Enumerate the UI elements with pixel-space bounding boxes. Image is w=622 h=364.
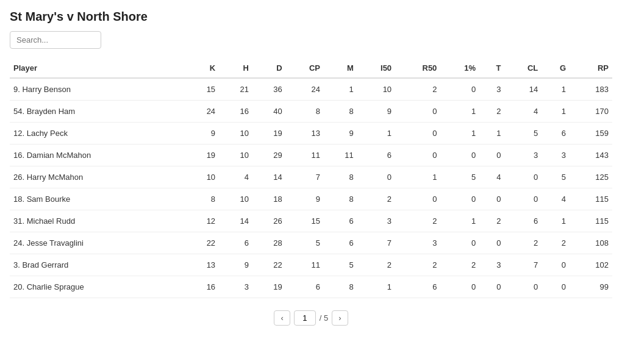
- table-row: 16. Damian McMahon1910291111600033143: [10, 145, 612, 166]
- cell-one_pct: 1: [440, 123, 479, 145]
- cell-k: 8: [185, 188, 219, 210]
- cell-t: 2: [479, 210, 504, 232]
- cell-one_pct: 0: [440, 78, 479, 101]
- cell-player: 9. Harry Benson: [10, 78, 185, 101]
- search-input[interactable]: [10, 31, 101, 49]
- stats-table: PlayerKHDCPMI50R501%TCLGRP 9. Harry Bens…: [10, 59, 612, 298]
- cell-player: 3. Brad Gerrard: [10, 254, 185, 276]
- col-header-cp: CP: [286, 59, 324, 78]
- cell-m: 8: [324, 276, 357, 298]
- col-header-one_pct: 1%: [440, 59, 479, 78]
- cell-m: 6: [324, 210, 357, 232]
- cell-g: 0: [542, 254, 570, 276]
- cell-g: 0: [542, 276, 570, 298]
- cell-cl: 7: [504, 254, 542, 276]
- cell-one_pct: 0: [440, 145, 479, 166]
- cell-h: 10: [219, 145, 252, 166]
- cell-r50: 1: [395, 166, 440, 188]
- cell-g: 5: [542, 166, 570, 188]
- cell-m: 6: [324, 232, 357, 254]
- cell-cp: 7: [286, 166, 324, 188]
- cell-r50: 0: [395, 188, 440, 210]
- cell-k: 16: [185, 276, 219, 298]
- cell-r50: 0: [395, 145, 440, 166]
- cell-one_pct: 2: [440, 254, 479, 276]
- cell-cp: 6: [286, 276, 324, 298]
- cell-player: 18. Sam Bourke: [10, 188, 185, 210]
- table-row: 24. Jesse Travaglini2262856730022108: [10, 232, 612, 254]
- cell-t: 0: [479, 188, 504, 210]
- cell-player: 20. Charlie Sprague: [10, 276, 185, 298]
- cell-i50: 2: [357, 188, 395, 210]
- cell-i50: 0: [357, 166, 395, 188]
- cell-g: 1: [542, 78, 570, 101]
- cell-t: 1: [479, 123, 504, 145]
- col-header-d: D: [252, 59, 286, 78]
- cell-player: 12. Lachy Peck: [10, 123, 185, 145]
- cell-m: 8: [324, 188, 357, 210]
- cell-t: 0: [479, 232, 504, 254]
- cell-m: 8: [324, 101, 357, 123]
- pagination: ‹ / 5 ›: [10, 310, 612, 326]
- cell-m: 5: [324, 254, 357, 276]
- cell-k: 19: [185, 145, 219, 166]
- cell-cl: 0: [504, 166, 542, 188]
- next-page-button[interactable]: ›: [332, 310, 348, 326]
- page-number-input[interactable]: [294, 310, 316, 326]
- cell-d: 28: [252, 232, 286, 254]
- cell-cl: 14: [504, 78, 542, 101]
- cell-g: 6: [542, 123, 570, 145]
- cell-t: 2: [479, 101, 504, 123]
- cell-k: 13: [185, 254, 219, 276]
- cell-t: 4: [479, 166, 504, 188]
- cell-rp: 115: [570, 188, 612, 210]
- cell-d: 36: [252, 78, 286, 101]
- cell-h: 16: [219, 101, 252, 123]
- table-row: 9. Harry Benson15213624110203141183: [10, 78, 612, 101]
- cell-cl: 6: [504, 210, 542, 232]
- col-header-r50: R50: [395, 59, 440, 78]
- cell-g: 1: [542, 210, 570, 232]
- cell-t: 0: [479, 276, 504, 298]
- cell-one_pct: 5: [440, 166, 479, 188]
- cell-player: 16. Damian McMahon: [10, 145, 185, 166]
- prev-page-button[interactable]: ‹: [274, 310, 290, 326]
- cell-h: 10: [219, 188, 252, 210]
- col-header-i50: I50: [357, 59, 395, 78]
- cell-r50: 3: [395, 232, 440, 254]
- cell-d: 19: [252, 276, 286, 298]
- cell-m: 8: [324, 166, 357, 188]
- cell-cp: 9: [286, 188, 324, 210]
- cell-rp: 170: [570, 101, 612, 123]
- cell-i50: 7: [357, 232, 395, 254]
- cell-t: 3: [479, 254, 504, 276]
- cell-k: 9: [185, 123, 219, 145]
- table-row: 20. Charlie Sprague163196816000099: [10, 276, 612, 298]
- table-row: 26. Harry McMahon1041478015405125: [10, 166, 612, 188]
- col-header-player: Player: [10, 59, 185, 78]
- cell-cp: 11: [286, 254, 324, 276]
- cell-d: 40: [252, 101, 286, 123]
- cell-g: 4: [542, 188, 570, 210]
- cell-k: 22: [185, 232, 219, 254]
- cell-one_pct: 1: [440, 101, 479, 123]
- cell-player: 24. Jesse Travaglini: [10, 232, 185, 254]
- cell-h: 6: [219, 232, 252, 254]
- cell-rp: 143: [570, 145, 612, 166]
- cell-i50: 3: [357, 210, 395, 232]
- cell-d: 19: [252, 123, 286, 145]
- cell-g: 3: [542, 145, 570, 166]
- col-header-g: G: [542, 59, 570, 78]
- cell-cp: 13: [286, 123, 324, 145]
- cell-k: 15: [185, 78, 219, 101]
- col-header-m: M: [324, 59, 357, 78]
- cell-rp: 183: [570, 78, 612, 101]
- cell-h: 3: [219, 276, 252, 298]
- cell-d: 22: [252, 254, 286, 276]
- cell-rp: 108: [570, 232, 612, 254]
- cell-cp: 15: [286, 210, 324, 232]
- cell-cl: 2: [504, 232, 542, 254]
- page-total: / 5: [320, 313, 328, 323]
- cell-one_pct: 0: [440, 188, 479, 210]
- cell-i50: 2: [357, 254, 395, 276]
